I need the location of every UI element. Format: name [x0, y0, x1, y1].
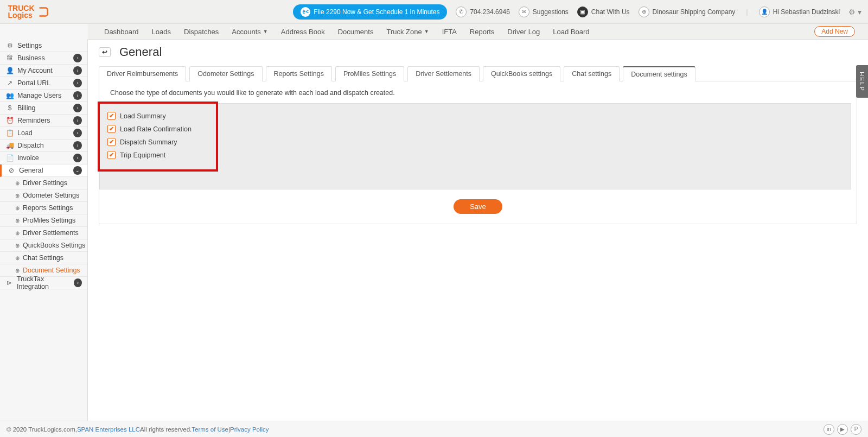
separator: | [746, 8, 748, 16]
sidebar-sub-label: Odometer Settings [23, 192, 79, 199]
phone-link[interactable]: ✆ 704.234.6946 [456, 7, 509, 17]
phone-icon: ✆ [456, 7, 467, 17]
sidebar-item-business[interactable]: 🏛Business› [0, 52, 87, 65]
sidebar-item-invoice[interactable]: 📄Invoice› [0, 152, 87, 164]
integration-icon: ⊳ [5, 279, 14, 287]
suggestions-label: Suggestions [533, 8, 569, 16]
suggestions-link[interactable]: ✉ Suggestions [519, 7, 569, 17]
sidebar-sub-odometer-settings[interactable]: ⊕Odometer Settings [0, 189, 87, 202]
checkbox-row-load-rate-confirmation[interactable]: ✔ Load Rate Confirmation [107, 125, 208, 133]
checkbox-row-load-summary[interactable]: ✔ Load Summary [107, 112, 208, 120]
pinterest-icon[interactable]: P [851, 424, 861, 435]
nav-ifta[interactable]: IFTA [436, 24, 463, 40]
footer-privacy-link[interactable]: Privacy Policy [230, 426, 269, 433]
chevron-right-icon: › [74, 278, 82, 287]
linkedin-icon[interactable]: in [824, 424, 834, 435]
sidebar-sub-reports-settings[interactable]: ⊕Reports Settings [0, 202, 87, 214]
sidebar-sub-label: Chat Settings [23, 254, 63, 262]
checkbox-row-dispatch-summary[interactable]: ✔ Dispatch Summary [107, 138, 208, 146]
sidebar-item-trucktax[interactable]: ⊳TruckTax Integration› [0, 277, 87, 289]
caret-icon: ▼ [263, 29, 268, 34]
nav-load-board[interactable]: Load Board [546, 24, 596, 40]
sidebar-item-manage-users[interactable]: 👥Manage Users› [0, 90, 87, 102]
chat-link[interactable]: ▣ Chat With Us [577, 7, 630, 17]
clock-icon: ⏰ [5, 117, 14, 124]
sidebar-item-billing[interactable]: $Billing› [0, 102, 87, 115]
sidebar-sub-label: Driver Settings [23, 179, 67, 187]
bullet-icon: ⊕ [15, 230, 20, 236]
tab-document-settings[interactable]: Document settings [623, 66, 695, 81]
nav-reports[interactable]: Reports [463, 24, 501, 40]
sidebar-sub-label: Document Settings [23, 267, 80, 274]
sidebar-sub-quickbooks-settings[interactable]: ⊕QuickBooks Settings [0, 239, 87, 252]
youtube-icon[interactable]: ▶ [837, 424, 848, 435]
chevron-right-icon: › [73, 141, 82, 150]
checkbox-icon[interactable]: ✔ [107, 125, 116, 133]
bullet-icon: ⊕ [15, 205, 20, 211]
settings-tabs: Driver Reimbursements Odometer Settings … [99, 66, 857, 81]
sidebar-label: Billing [17, 104, 35, 112]
page-title: General [119, 45, 162, 59]
sidebar-sub-driver-settlements[interactable]: ⊕Driver Settlements [0, 227, 87, 239]
sidebar-sub-chat-settings[interactable]: ⊕Chat Settings [0, 252, 87, 264]
nav-dashboard[interactable]: Dashboard [98, 24, 145, 40]
add-new-button[interactable]: Add New [814, 26, 855, 37]
back-button[interactable]: ↩ [99, 47, 111, 57]
sidebar-sub-driver-settings[interactable]: ⊕Driver Settings [0, 177, 87, 189]
nav-truck-zone-label: Truck Zone [386, 28, 422, 36]
footer-copyright: © 2020 TruckLogics.com, [7, 426, 77, 433]
nav-dispatches[interactable]: Dispatches [177, 24, 225, 40]
chevron-right-icon: › [73, 116, 82, 125]
tab-promiles-settings[interactable]: ProMiles Settings [335, 66, 404, 81]
nav-loads[interactable]: Loads [145, 24, 177, 40]
checkbox-label: Dispatch Summary [120, 138, 177, 146]
nav-truck-zone[interactable]: Truck Zone▼ [380, 24, 435, 40]
truck-icon: 🚚 [5, 142, 14, 149]
company-link[interactable]: ⊕ Dinosaur Shipping Company [639, 7, 736, 17]
sidebar-item-general[interactable]: ⊘General⌄ [0, 164, 87, 177]
user-menu[interactable]: 👤 Hi Sebastian Dudzinski [759, 7, 840, 17]
sidebar-item-portal-url[interactable]: ↗Portal URL› [0, 77, 87, 90]
settings-gear-icon[interactable]: ⚙ ▾ [848, 8, 861, 16]
chevron-right-icon: › [73, 54, 82, 62]
footer-span-link[interactable]: SPAN Enterprises LLC [77, 426, 140, 433]
nav-accounts[interactable]: Accounts▼ [225, 24, 274, 40]
tab-driver-reimbursements[interactable]: Driver Reimbursements [99, 66, 186, 81]
caret-icon: ▼ [424, 29, 429, 34]
chevron-right-icon: › [73, 129, 82, 137]
chat-icon: ▣ [577, 7, 588, 17]
nav-driver-log[interactable]: Driver Log [501, 24, 546, 40]
sidebar-label: Settings [17, 42, 42, 49]
sidebar-item-reminders[interactable]: ⏰Reminders› [0, 115, 87, 127]
checkbox-row-trip-equipment[interactable]: ✔ Trip Equipment [107, 151, 208, 159]
dollar-icon: $ [5, 104, 14, 112]
tab-reports-settings[interactable]: Reports Settings [266, 66, 332, 81]
sidebar-item-settings[interactable]: ⚙Settings [0, 40, 87, 52]
checkbox-icon[interactable]: ✔ [107, 112, 116, 120]
logo[interactable]: TRUCKLogics [7, 4, 50, 20]
help-tab[interactable]: HELP [856, 65, 868, 98]
checkbox-icon[interactable]: ✔ [107, 151, 116, 159]
tab-chat-settings[interactable]: Chat settings [564, 66, 620, 81]
bullet-icon: ⊕ [15, 255, 20, 261]
bullet-icon: ⊕ [15, 218, 20, 224]
document-type-panel: ✔ Load Summary ✔ Load Rate Confirmation … [99, 103, 851, 189]
checkbox-label: Load Rate Confirmation [120, 125, 192, 133]
nav-address-book[interactable]: Address Book [275, 24, 331, 40]
footer-terms-link[interactable]: Terms of Use [192, 426, 228, 433]
sidebar-item-my-account[interactable]: 👤My Account› [0, 65, 87, 77]
nav-documents[interactable]: Documents [331, 24, 380, 40]
tab-quickbooks-settings[interactable]: QuickBooks settings [483, 66, 560, 81]
sidebar: ⚙Settings 🏛Business› 👤My Account› ↗Porta… [0, 40, 88, 421]
sidebar-item-load[interactable]: 📋Load› [0, 127, 87, 140]
sidebar-sub-label: Reports Settings [23, 204, 73, 212]
checkbox-icon[interactable]: ✔ [107, 138, 116, 146]
sidebar-item-dispatch[interactable]: 🚚Dispatch› [0, 140, 87, 152]
file-2290-pill[interactable]: e< File 2290 Now & Get Schedule 1 in Min… [293, 4, 447, 20]
save-button[interactable]: Save [454, 199, 502, 214]
tab-driver-settlements[interactable]: Driver Settlements [407, 66, 480, 81]
tab-odometer-settings[interactable]: Odometer Settings [189, 66, 262, 81]
sidebar-label: Load [17, 129, 33, 137]
chat-label: Chat With Us [591, 8, 630, 16]
sidebar-sub-promiles-settings[interactable]: ⊕ProMiles Settings [0, 214, 87, 227]
